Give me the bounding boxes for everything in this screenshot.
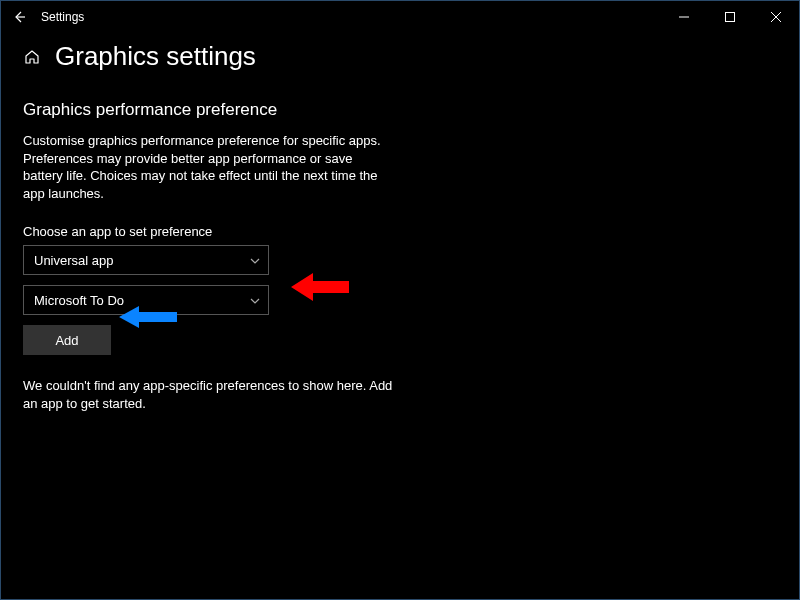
- maximize-icon: [725, 12, 735, 22]
- section-heading: Graphics performance preference: [23, 100, 777, 120]
- app-type-dropdown[interactable]: Universal app: [23, 245, 269, 275]
- arrow-left-icon: [12, 10, 26, 24]
- minimize-icon: [679, 12, 689, 22]
- app-select-value: Microsoft To Do: [34, 293, 124, 308]
- home-icon: [23, 48, 41, 66]
- chevron-down-icon: [250, 255, 260, 266]
- minimize-button[interactable]: [661, 1, 707, 33]
- choose-app-label: Choose an app to set preference: [23, 224, 777, 239]
- titlebar-left: Settings: [7, 5, 84, 29]
- chevron-down-icon: [250, 295, 260, 306]
- page-header: Graphics settings: [23, 41, 777, 72]
- home-button[interactable]: [23, 48, 41, 66]
- add-button[interactable]: Add: [23, 325, 111, 355]
- app-select-dropdown[interactable]: Microsoft To Do: [23, 285, 269, 315]
- page-title: Graphics settings: [55, 41, 256, 72]
- app-type-value: Universal app: [34, 253, 114, 268]
- close-icon: [771, 12, 781, 22]
- back-button[interactable]: [7, 5, 31, 29]
- section-description: Customise graphics performance preferenc…: [23, 132, 393, 202]
- empty-state-message: We couldn't find any app-specific prefer…: [23, 377, 393, 412]
- app-title: Settings: [41, 10, 84, 24]
- close-button[interactable]: [753, 1, 799, 33]
- window-controls: [661, 1, 799, 33]
- maximize-button[interactable]: [707, 1, 753, 33]
- add-button-label: Add: [55, 333, 78, 348]
- content-area: Graphics settings Graphics performance p…: [1, 33, 799, 412]
- svg-rect-1: [726, 13, 735, 22]
- titlebar: Settings: [1, 1, 799, 33]
